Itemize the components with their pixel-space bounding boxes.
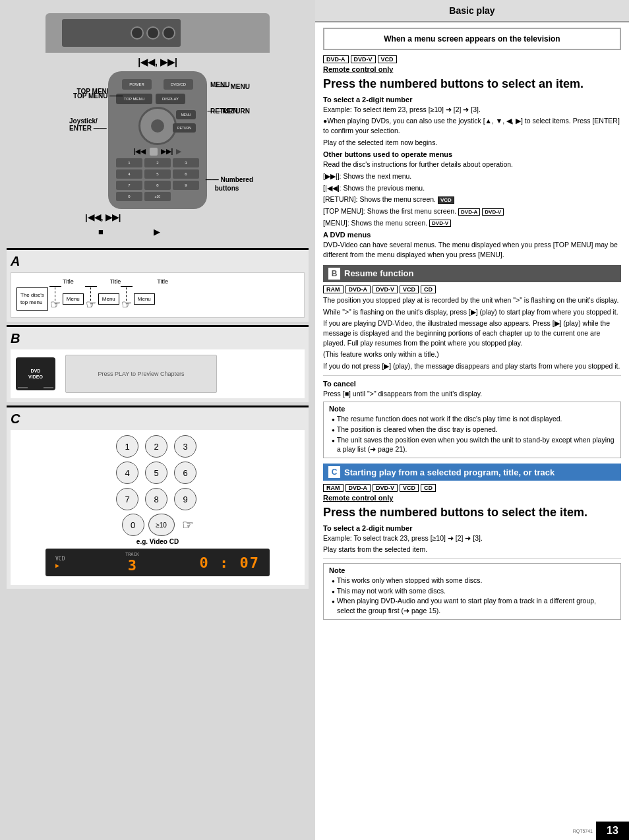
menu-box-3: Menu (134, 293, 155, 305)
read-disc: Read the disc's instructions for further… (323, 160, 621, 169)
section-b: B DVDVIDEO Press PLAY to Preview Chapter… (7, 325, 309, 402)
skip-fwd-btn[interactable]: ▶▶| (161, 148, 173, 156)
starting-play-title: Starting play from a selected program, t… (344, 467, 554, 477)
num-1[interactable]: 1 (116, 158, 142, 167)
to-select-2digit-heading: To select a 2-digit number (323, 96, 621, 104)
resume-text1: The position you stopped play at is reco… (323, 295, 621, 305)
play-starts: Play starts from the selected item. (323, 545, 621, 555)
content-area: When a menu screen appears on the televi… (315, 22, 629, 817)
note2-item-1: This works only when stopped with some d… (329, 576, 615, 585)
title-label-3: Title (157, 278, 168, 285)
section-c-label: C (11, 411, 20, 426)
left-panel: |◀◀, ▶▶| TOP MENU MENU RETURN POWER DVD/… (0, 0, 315, 840)
num-9[interactable]: 9 (173, 181, 199, 190)
joystick[interactable] (138, 107, 177, 145)
section-a-label: A (11, 254, 20, 268)
num-0[interactable]: 0 (116, 192, 142, 201)
remote-only-c: Remote control only (323, 494, 621, 502)
menu-connector: —— MENU (216, 83, 250, 90)
divider-1 (323, 375, 621, 376)
badge-dvdv: DVD-V (351, 55, 376, 63)
skip-mid: |◀◀, ▶▶| (59, 212, 256, 222)
badge-cd: CD (421, 285, 436, 293)
num-4[interactable]: 4 (116, 169, 142, 179)
press-heading-a: Press the numbered buttons to select an … (323, 77, 621, 92)
num-circle-2[interactable]: 2 (145, 435, 167, 458)
badge-dvda-2: DVD-A (345, 285, 371, 293)
badge-dvdv-2: DVD-V (373, 285, 398, 293)
play-btn[interactable]: ▶ (176, 148, 181, 156)
stop-btn[interactable] (150, 148, 158, 156)
return-bracket: [RETURN]: Shows the menu screen. VCD (323, 195, 621, 204)
num-circle-7[interactable]: 7 (116, 488, 138, 510)
num-circle-1[interactable]: 1 (116, 435, 138, 458)
num-circle-8[interactable]: 8 (145, 488, 167, 510)
num-circle-9[interactable]: 9 (174, 488, 196, 510)
play-selected: Play of the selected item now begins. (323, 138, 621, 148)
num-circle-0[interactable]: 0 (122, 514, 144, 536)
section-a: A Title Title Title The disc'stop menu ☞… (7, 248, 309, 322)
badge-dvda-c: DVD-A (345, 484, 371, 492)
return-btn[interactable]: RETURN (173, 123, 196, 133)
num-6[interactable]: 6 (173, 169, 199, 179)
example-c-text: Example: To select track 23, press [≥10]… (323, 533, 621, 543)
badge-dvda: DVD-A (323, 55, 349, 63)
num-circle-4[interactable]: 4 (116, 462, 138, 484)
remote-illustration: |◀◀, ▶▶| TOP MENU MENU RETURN POWER DVD/… (7, 7, 309, 245)
disc-top-menu: The disc'stop menu (16, 287, 48, 311)
num-3[interactable]: 3 (173, 158, 199, 167)
rqt-label: RQT5741 (573, 829, 593, 833)
remote-only-a: Remote control only (323, 65, 621, 73)
dvd-cd-btn[interactable]: DVD/CD (164, 79, 193, 90)
num-circle-3[interactable]: 3 (174, 435, 196, 458)
num-circle-ge10[interactable]: ≥10 (148, 514, 175, 536)
footer: RQT5741 13 (315, 817, 629, 840)
num-7[interactable]: 7 (116, 181, 142, 190)
num-2[interactable]: 2 (144, 158, 171, 167)
resume-text3: If you are playing DVD-Video, the illust… (323, 318, 621, 347)
num-8[interactable]: 8 (144, 181, 171, 190)
backward-bracket: [|◀◀]: Shows the previous menu. (323, 183, 621, 193)
badge-ram-c: RAM (323, 484, 344, 492)
cancel-text: Press [■] until ">" disappears from the … (323, 389, 621, 399)
display-btn[interactable]: DISPLAY (156, 94, 185, 104)
dvda-badge-inline: DVD-A (458, 208, 480, 216)
num-circle-5[interactable]: 5 (145, 462, 167, 484)
when-menu-title: When a menu screen appears on the televi… (332, 34, 612, 44)
numbered-connector: —— Numbered buttons (206, 175, 253, 193)
note-title-1: Note (329, 405, 615, 413)
badge-cd-c: CD (421, 484, 436, 492)
num-10plus[interactable]: ≥10 (144, 192, 171, 201)
skip-back-btn[interactable]: |◀◀ (134, 148, 146, 156)
divider-2 (323, 558, 621, 559)
num-5[interactable]: 5 (144, 169, 171, 179)
note-item-2: The position is cleared when the disc tr… (329, 425, 615, 435)
hand-cursor-icon: ☞ (182, 517, 194, 533)
note2-item-2: This may not work with some discs. (329, 586, 615, 596)
dvdv-badge-inline3: DVD-V (429, 220, 451, 227)
resume-text2: While ">" is flashing on the unit's disp… (323, 307, 621, 317)
note2-item-3: When playing DVD-Audio and you want to s… (329, 596, 615, 615)
vcd-display: VCD ▶ TRACK 3 0 : 07 (45, 549, 270, 576)
right-panel: Basic play When a menu screen appears on… (315, 0, 629, 840)
menu-btn[interactable]: MENU (176, 110, 196, 119)
menu-box-2: Menu (98, 293, 119, 305)
badge-vcd-c: VCD (400, 484, 419, 492)
badges-row-a: DVD-A DVD-V VCD (323, 55, 621, 63)
note-item-1: The resume function does not work if the… (329, 414, 615, 424)
joystick-connector: Joystick/ENTER —— (69, 117, 107, 132)
to-select-2digit-c: To select a 2-digit number (323, 524, 621, 532)
letter-b-badge: B (328, 268, 340, 280)
right-wrapper: Basic play When a menu screen appears on… (315, 0, 629, 840)
forward-bracket: [▶▶|]: Shows the next menu. (323, 171, 621, 181)
section-b-label: B (11, 331, 20, 345)
note-item-3: The unit saves the position even when yo… (329, 435, 615, 454)
when-playing-dvd: ●When playing DVDs, you can also use the… (323, 116, 621, 135)
dvd-menus-text: DVD-Video can have several menus. The me… (323, 240, 621, 259)
resume-badges-row: RAM DVD-A DVD-V VCD CD (323, 285, 621, 293)
power-btn[interactable]: POWER (122, 79, 152, 90)
title-label-2: Title (110, 278, 121, 285)
top-menu-bracket: [TOP MENU]: Shows the first menu screen.… (323, 206, 621, 216)
num-circle-6[interactable]: 6 (174, 462, 196, 484)
top-menu-connector: TOP MENU —— (73, 92, 123, 100)
